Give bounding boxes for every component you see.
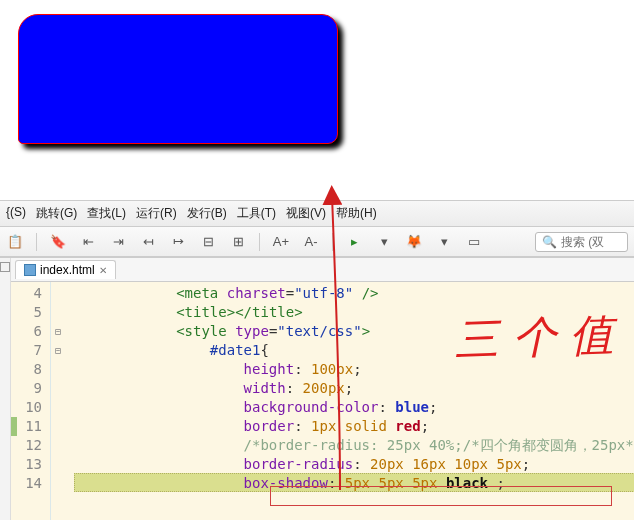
editor: index.html ✕ 4 5 6 7 8 9 10 11 12 13 14: [0, 257, 634, 520]
search-input[interactable]: [561, 235, 621, 249]
fold-marker[interactable]: ⊟: [51, 341, 65, 360]
split-toggle-icon[interactable]: [0, 262, 10, 272]
tab-label: index.html: [40, 263, 95, 277]
indent-icon[interactable]: ⇥: [109, 233, 127, 251]
code-area[interactable]: 4 5 6 7 8 9 10 11 12 13 14 ⊟ ⊟ <meta c: [11, 282, 634, 520]
outdent-icon[interactable]: ⇤: [79, 233, 97, 251]
collapse-icon[interactable]: ⊟: [199, 233, 217, 251]
menu-s[interactable]: {(S): [6, 205, 26, 222]
code-line: <meta charset="utf-8" />: [75, 284, 634, 303]
font-increase-icon[interactable]: A+: [272, 233, 290, 251]
menubar: {(S) 跳转(G) 查找(L) 运行(R) 发行(B) 工具(T) 视图(V)…: [0, 200, 634, 227]
code-line: <style type="text/css">: [75, 322, 634, 341]
code-line: #date1{: [75, 341, 634, 360]
preview-area: [0, 0, 634, 200]
html-file-icon: [24, 264, 36, 276]
tab-index-html[interactable]: index.html ✕: [15, 260, 116, 279]
run-dropdown-icon[interactable]: ▾: [375, 233, 393, 251]
menu-run[interactable]: 运行(R): [136, 205, 177, 222]
step-forward-icon[interactable]: ↦: [169, 233, 187, 251]
tabbar: index.html ✕: [11, 258, 634, 282]
code-line: height: 100px;: [75, 360, 634, 379]
code-line: background-color: blue;: [75, 398, 634, 417]
tab-close-icon[interactable]: ✕: [99, 265, 107, 276]
code-lines[interactable]: <meta charset="utf-8" /> <title></title>…: [65, 282, 634, 520]
code-line: width: 200px;: [75, 379, 634, 398]
code-line-highlighted: box-shadow: 5px 5px 5px black ;: [74, 473, 634, 492]
menu-goto[interactable]: 跳转(G): [36, 205, 77, 222]
screen-icon[interactable]: ▭: [465, 233, 483, 251]
editor-side-strip: [0, 258, 11, 520]
expand-icon[interactable]: ⊞: [229, 233, 247, 251]
fold-column: ⊟ ⊟: [51, 282, 65, 520]
toolbar: 📋 🔖 ⇤ ⇥ ↤ ↦ ⊟ ⊞ A+ A- ▸ ▾ 🦊 ▾ ▭ 🔍: [0, 227, 634, 257]
menu-help[interactable]: 帮助(H): [336, 205, 377, 222]
browser-dropdown-icon[interactable]: ▾: [435, 233, 453, 251]
menu-publish[interactable]: 发行(B): [187, 205, 227, 222]
menu-find[interactable]: 查找(L): [87, 205, 126, 222]
menu-tools[interactable]: 工具(T): [237, 205, 276, 222]
code-line: /*border-radius: 25px 40%;/*四个角都变圆角，25px…: [75, 436, 634, 455]
paste-icon[interactable]: 📋: [6, 233, 24, 251]
change-marker: [11, 417, 17, 436]
menu-view[interactable]: 视图(V): [286, 205, 326, 222]
search-box[interactable]: 🔍: [535, 232, 628, 252]
code-line: border: 1px solid red;: [75, 417, 634, 436]
search-icon: 🔍: [542, 235, 557, 249]
font-decrease-icon[interactable]: A-: [302, 233, 320, 251]
preview-blue-box: [18, 14, 338, 144]
fold-marker[interactable]: ⊟: [51, 322, 65, 341]
step-back-icon[interactable]: ↤: [139, 233, 157, 251]
code-line: <title></title>: [75, 303, 634, 322]
gutter: 4 5 6 7 8 9 10 11 12 13 14: [11, 282, 51, 520]
code-line: border-radius: 20px 16px 10px 5px;: [75, 455, 634, 474]
bookmark-icon[interactable]: 🔖: [49, 233, 67, 251]
firefox-icon[interactable]: 🦊: [405, 233, 423, 251]
run-icon[interactable]: ▸: [345, 233, 363, 251]
